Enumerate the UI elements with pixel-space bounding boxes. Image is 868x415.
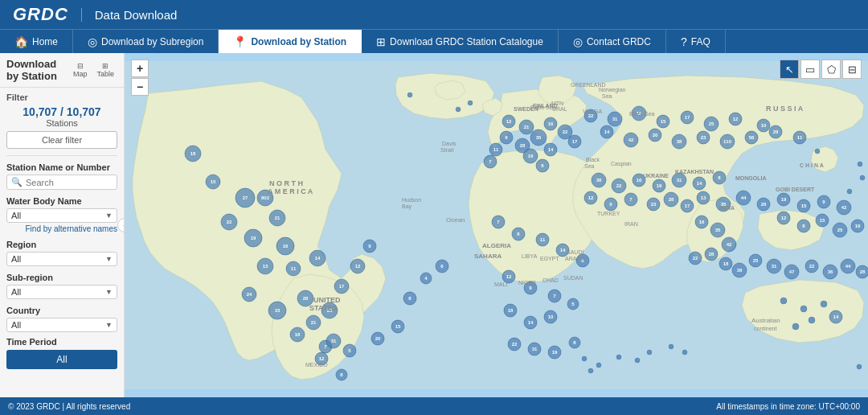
svg-text:INDIA: INDIA	[719, 205, 735, 211]
region-select[interactable]: All ▼	[6, 252, 117, 266]
station-search-input[interactable]	[26, 178, 125, 187]
cluster-in-2: 35	[710, 223, 725, 237]
svg-text:14: 14	[560, 248, 566, 253]
svg-text:31: 31	[331, 339, 337, 343]
zoom-out-button[interactable]: −	[131, 78, 149, 96]
cluster-ru-11: 20	[649, 129, 661, 142]
station-dot-sa-east-3	[596, 363, 601, 368]
cluster-na-3: 27	[235, 188, 255, 208]
cluster-na-4: 22	[221, 214, 237, 230]
nav-download-station[interactable]: 📍 Download by Station	[219, 30, 362, 53]
filter-section: Filter 10,707 / 10,707 Stations Clear fi…	[0, 88, 124, 374]
main-content: Download by Station ⊟ Map ⊞ Table ‹ Filt…	[0, 53, 868, 397]
svg-text:15: 15	[801, 203, 807, 208]
cluster-me-21: 42	[837, 200, 851, 215]
table-view-button[interactable]: ⊞ Table	[93, 60, 117, 80]
cluster-eu-11: 14	[544, 143, 557, 156]
svg-text:42: 42	[727, 242, 732, 247]
polygon-tool-button[interactable]: ⬠	[821, 60, 841, 79]
svg-text:UKRAINE: UKRAINE	[643, 173, 669, 179]
svg-text:17: 17	[685, 203, 690, 208]
svg-text:28: 28	[709, 252, 714, 257]
cluster-sa-4: 8	[336, 369, 347, 380]
svg-text:EGYPT: EGYPT	[540, 256, 559, 261]
svg-text:110: 110	[723, 139, 732, 144]
svg-text:Sea: Sea	[584, 163, 595, 169]
nav-home[interactable]: 🏠 Home	[0, 30, 73, 53]
map-view-button[interactable]: ⊟ Map	[70, 60, 91, 80]
country-select[interactable]: All ▼	[6, 318, 117, 332]
cluster-me-13: 17	[681, 199, 694, 212]
svg-text:35: 35	[715, 228, 721, 232]
subregion-select[interactable]: All ▼	[6, 285, 117, 299]
station-icon: 📍	[233, 35, 247, 48]
station-dot-nz-1	[857, 364, 862, 369]
cluster-me-12: 28	[664, 192, 678, 207]
cluster-af-12: 10	[544, 310, 557, 323]
cluster-sa-2: 31	[326, 334, 341, 348]
svg-text:Australian: Australian	[751, 317, 780, 324]
divider-1	[6, 155, 117, 156]
svg-text:25: 25	[709, 121, 714, 126]
cluster-me-1: 38	[592, 173, 606, 187]
svg-text:11: 11	[540, 237, 546, 242]
cluster-eu-12: 7	[484, 155, 497, 168]
svg-text:18: 18	[190, 151, 196, 156]
cursor-tool-button[interactable]: ↖	[780, 60, 799, 79]
cluster-in-12: 36	[823, 265, 837, 279]
zoom-in-button[interactable]: +	[131, 60, 149, 77]
svg-text:LIBYA: LIBYA	[522, 253, 538, 259]
cluster-na-24: 4	[420, 273, 432, 284]
svg-text:23: 23	[701, 135, 706, 140]
cluster-na-18: 18	[290, 327, 305, 342]
svg-text:GREENLAND: GREENLAND	[571, 82, 606, 88]
app-header: GRDC Data Download	[0, 0, 868, 29]
nav-catalogue-label: Download GRDC Station Catalogue	[390, 36, 543, 47]
nav-faq[interactable]: ? FAQ	[666, 30, 726, 53]
cluster-na-6: 21	[269, 210, 285, 226]
cluster-na-20: 5	[343, 344, 356, 357]
layers-tool-button[interactable]: ⊟	[842, 60, 862, 79]
station-dot-sa-east-2	[588, 368, 593, 373]
water-body-select[interactable]: All ▼	[6, 208, 117, 223]
country-arrow: ▼	[105, 321, 113, 329]
nav-contact[interactable]: ◎ Contact GRDC	[559, 30, 666, 53]
page-title: Download by Station	[6, 58, 70, 82]
cluster-eu-10: 19	[523, 149, 538, 163]
cluster-ru-2: 31	[608, 112, 622, 126]
map-tools: ↖ ▭ ⬠ ⊟	[780, 60, 862, 79]
svg-text:12: 12	[319, 356, 325, 361]
cluster-sea-3: 15	[816, 214, 829, 227]
svg-text:STATES: STATES	[309, 304, 337, 312]
cluster-na-22: 15	[391, 320, 404, 333]
cluster-na-11: 24	[242, 287, 256, 302]
svg-text:18: 18	[508, 308, 514, 313]
svg-text:11: 11	[291, 266, 297, 271]
cluster-in-3: 42	[722, 237, 736, 252]
svg-text:N O R T H: N O R T H	[269, 179, 303, 187]
cluster-af-13: 22	[508, 338, 521, 351]
water-body-arrow: ▼	[105, 212, 113, 220]
map-container[interactable]: 18 15 27 22 19 21 16 13 11 14 24 33 28 2…	[125, 53, 868, 397]
svg-text:16: 16	[283, 244, 289, 249]
svg-text:14: 14	[604, 129, 610, 134]
cluster-ru-7: 12	[729, 113, 742, 125]
nav-station-catalogue[interactable]: ⊞ Download GRDC Station Catalogue	[362, 30, 559, 53]
nav-download-subregion[interactable]: ◎ Download by Subregion	[73, 30, 219, 53]
rectangle-tool-button[interactable]: ▭	[800, 60, 820, 79]
cluster-in-1: 16	[695, 216, 708, 228]
svg-text:17: 17	[572, 139, 578, 144]
all-time-button[interactable]: All	[6, 350, 117, 369]
nav-home-label: Home	[32, 36, 58, 47]
cluster-ru-10: 42	[624, 133, 638, 147]
country-value: All	[11, 320, 21, 330]
copyright-text: © 2023 GRDC | All rights reserved	[8, 402, 130, 411]
cluster-me-5: 31	[672, 173, 686, 187]
cluster-sea-4: 25	[833, 223, 847, 237]
svg-text:28: 28	[669, 197, 674, 202]
cluster-me-2: 22	[612, 179, 626, 193]
alt-names-link[interactable]: Find by alternative names	[6, 224, 117, 233]
clear-filter-button[interactable]: Clear filter	[6, 131, 117, 149]
svg-text:31: 31	[532, 347, 538, 351]
svg-text:14: 14	[548, 147, 554, 152]
